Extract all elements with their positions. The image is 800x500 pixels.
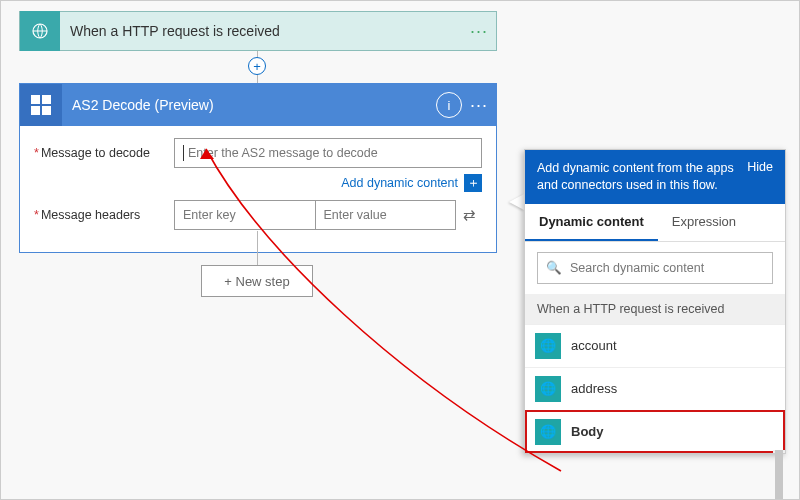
as2-more-menu[interactable]: ··· bbox=[462, 95, 496, 116]
trigger-card[interactable]: When a HTTP request is received ··· bbox=[19, 11, 497, 51]
panel-scrollbar[interactable] bbox=[773, 450, 785, 453]
http-request-icon bbox=[20, 11, 60, 51]
section-header: When a HTTP request is received bbox=[525, 294, 785, 324]
as2-header[interactable]: AS2 Decode (Preview) i ··· bbox=[20, 84, 496, 126]
message-to-decode-input[interactable]: Enter the AS2 message to decode bbox=[174, 138, 482, 168]
message-headers-label: *Message headers bbox=[34, 208, 174, 222]
header-key-input[interactable]: Enter key bbox=[174, 200, 316, 230]
add-step-between-button[interactable]: + bbox=[248, 57, 266, 75]
as2-body: *Message to decode Enter the AS2 message… bbox=[20, 126, 496, 252]
as2-connector-icon bbox=[20, 84, 62, 126]
tab-expression[interactable]: Expression bbox=[658, 204, 750, 241]
dynamic-item-address[interactable]: 🌐 address bbox=[525, 367, 785, 410]
panel-tabs: Dynamic content Expression bbox=[525, 204, 785, 242]
http-request-icon: 🌐 bbox=[535, 376, 561, 402]
panel-pointer bbox=[509, 194, 524, 210]
http-request-icon: 🌐 bbox=[535, 419, 561, 445]
switch-to-text-mode-icon[interactable]: ⇄ bbox=[456, 206, 482, 224]
dynamic-item-body[interactable]: 🌐 Body bbox=[525, 410, 785, 453]
dynamic-content-search-input[interactable]: 🔍 Search dynamic content bbox=[537, 252, 773, 284]
http-request-icon: 🌐 bbox=[535, 333, 561, 359]
new-step-button[interactable]: + New step bbox=[201, 265, 313, 297]
search-icon: 🔍 bbox=[546, 260, 562, 275]
hide-panel-link[interactable]: Hide bbox=[747, 160, 773, 194]
trigger-title: When a HTTP request is received bbox=[60, 23, 462, 39]
info-icon[interactable]: i bbox=[436, 92, 462, 118]
as2-decode-card: AS2 Decode (Preview) i ··· *Message to d… bbox=[19, 83, 497, 253]
dynamic-content-panel: Add dynamic content from the apps and co… bbox=[524, 149, 786, 454]
connector-line-2 bbox=[257, 231, 258, 265]
add-dynamic-content-link[interactable]: Add dynamic content bbox=[341, 176, 458, 190]
add-dynamic-content-button[interactable]: ＋ bbox=[464, 174, 482, 192]
panel-header: Add dynamic content from the apps and co… bbox=[525, 150, 785, 204]
header-value-input[interactable]: Enter value bbox=[316, 200, 457, 230]
trigger-more-menu[interactable]: ··· bbox=[462, 21, 496, 42]
message-to-decode-label: *Message to decode bbox=[34, 146, 174, 160]
dynamic-item-account[interactable]: 🌐 account bbox=[525, 324, 785, 367]
tab-dynamic-content[interactable]: Dynamic content bbox=[525, 204, 658, 241]
as2-title: AS2 Decode (Preview) bbox=[62, 97, 436, 113]
